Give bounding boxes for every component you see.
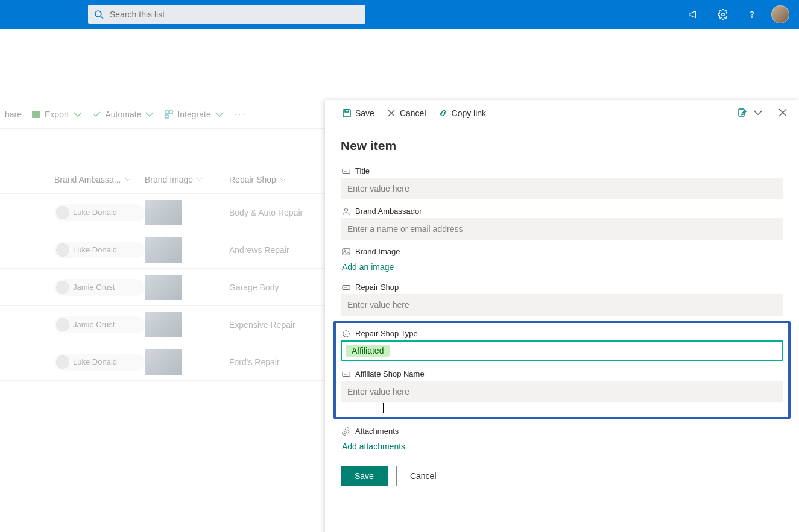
repair-cell: Expensive Repair (229, 320, 295, 330)
person-chip[interactable]: Jamie Crust (54, 316, 145, 333)
image-icon (342, 248, 350, 256)
column-header-ambassador[interactable]: Brand Ambassa... (54, 175, 145, 184)
thumbnail (145, 200, 182, 225)
panel-title: New item (341, 139, 783, 153)
add-attachments-link[interactable]: Add attachments (341, 438, 406, 455)
repair-input[interactable] (341, 294, 783, 316)
svg-rect-4 (32, 111, 40, 118)
svg-point-19 (344, 249, 346, 251)
repair-cell: Garage Body (229, 283, 279, 292)
svg-line-1 (101, 16, 103, 19)
attach-label: Attachments (341, 424, 783, 438)
person-avatar-icon (56, 206, 69, 219)
svg-rect-9 (345, 110, 349, 112)
search-input[interactable] (109, 9, 359, 20)
column-header-repair[interactable]: Repair Shop (229, 175, 338, 184)
avatar[interactable] (771, 5, 789, 23)
svg-point-17 (344, 208, 347, 211)
edit-form-icon[interactable] (737, 108, 747, 119)
panel-copylink-button[interactable]: Copy link (434, 108, 491, 118)
thumbnail (145, 312, 182, 337)
attachment-icon (342, 427, 350, 436)
highlighted-fields: Repair Shop Type Affiliated Affiliate Sh… (333, 321, 791, 419)
person-avatar-icon (56, 243, 69, 257)
thumbnail (145, 275, 182, 300)
svg-point-3 (751, 17, 752, 17)
integrate-button[interactable]: Integrate (159, 110, 229, 119)
automate-button[interactable]: Automate (87, 110, 160, 119)
svg-point-2 (722, 13, 725, 16)
choice-icon (342, 330, 350, 338)
thumbnail (145, 237, 182, 263)
shoptype-input[interactable]: Affiliated (341, 340, 783, 361)
gear-icon[interactable] (713, 5, 733, 24)
person-chip[interactable]: Luke Donald (54, 204, 145, 221)
image-label: Brand Image (341, 245, 783, 258)
search-icon (94, 10, 104, 19)
affname-input[interactable] (341, 381, 783, 402)
svg-rect-6 (169, 111, 172, 114)
new-item-panel: Save Cancel Copy link New item (325, 100, 799, 532)
ambassador-label: Brand Ambassador (341, 204, 783, 218)
ambassador-input[interactable] (341, 218, 783, 240)
shoptype-label: Repair Shop Type (341, 327, 783, 340)
svg-point-22 (343, 330, 350, 337)
repair-cell: Body & Auto Repair (229, 208, 303, 217)
search-box[interactable] (88, 5, 365, 24)
person-avatar-icon (56, 281, 69, 294)
column-header-image[interactable]: Brand Image (145, 175, 229, 184)
svg-rect-8 (343, 110, 350, 117)
title-label: Title (341, 164, 783, 178)
svg-point-0 (95, 11, 101, 17)
export-button[interactable]: Export (27, 110, 87, 119)
form-chevron-icon[interactable] (753, 108, 763, 119)
text-cursor (383, 403, 384, 413)
person-avatar-icon (56, 355, 69, 369)
add-image-link[interactable]: Add an image (341, 258, 395, 275)
person-avatar-icon (56, 318, 69, 331)
close-panel-button[interactable] (778, 108, 787, 119)
suite-bar (0, 0, 799, 29)
help-icon[interactable] (742, 5, 762, 24)
person-icon (342, 207, 350, 216)
more-commands-button[interactable]: ··· (229, 108, 251, 120)
panel-commandbar: Save Cancel Copy link (325, 100, 799, 127)
svg-rect-7 (165, 115, 168, 118)
person-chip[interactable]: Luke Donald (54, 354, 145, 371)
affname-label: Affiliate Shop Name (341, 367, 783, 381)
share-button[interactable]: hare (0, 110, 27, 119)
text-field-icon (342, 370, 350, 378)
text-field-icon (342, 167, 350, 175)
text-field-icon (342, 283, 350, 292)
thumbnail (145, 349, 182, 375)
shoptype-chip[interactable]: Affiliated (346, 345, 390, 357)
panel-cancel-button[interactable]: Cancel (382, 108, 431, 118)
person-chip[interactable]: Jamie Crust (54, 279, 145, 296)
cancel-button[interactable]: Cancel (396, 466, 450, 486)
person-chip[interactable]: Luke Donald (54, 242, 145, 258)
save-button[interactable]: Save (341, 466, 388, 486)
repair-cell: Ford's Repair (229, 357, 280, 367)
svg-rect-5 (165, 111, 168, 114)
repair-cell: Andrews Repair (229, 245, 289, 255)
repair-label: Repair Shop (341, 280, 783, 294)
svg-rect-18 (343, 248, 350, 255)
title-input[interactable] (341, 178, 783, 199)
megaphone-icon[interactable] (684, 5, 704, 24)
panel-save-button[interactable]: Save (337, 108, 379, 118)
